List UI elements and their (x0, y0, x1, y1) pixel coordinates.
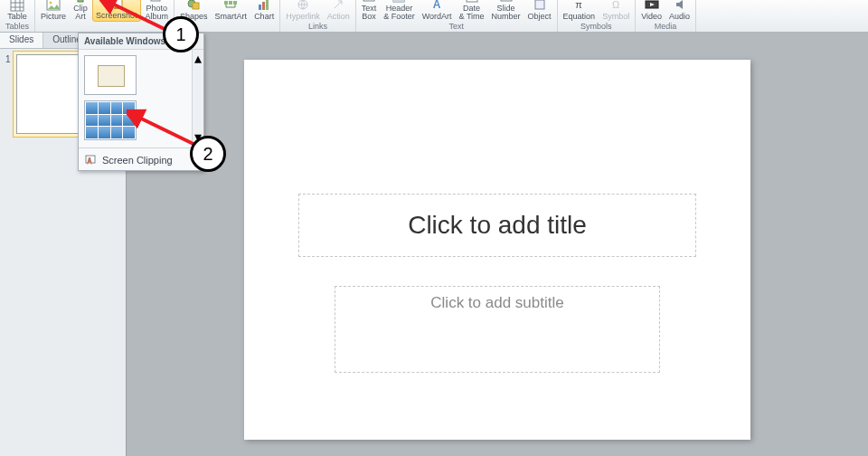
headerfooter-button[interactable]: Header & Footer (383, 0, 415, 21)
clipart-button[interactable]: Clip Art (73, 0, 88, 21)
smartart-button[interactable]: SmartArt (215, 0, 248, 21)
screen-clipping-label: Screen Clipping (102, 155, 173, 166)
annotation-callout-2: 2 (190, 136, 226, 172)
group-symbols: πEquation ΩSymbol Symbols (558, 0, 637, 32)
textbox-button[interactable]: AText Box (362, 0, 377, 21)
wordart-button[interactable]: AWordArt (422, 0, 452, 21)
svg-rect-24 (467, 0, 477, 2)
available-window-1[interactable] (84, 55, 137, 95)
picture-button[interactable]: Picture (41, 0, 66, 21)
group-links: Hyperlink Action Links (280, 0, 356, 32)
shapes-icon (186, 0, 201, 12)
svg-text:π: π (576, 0, 583, 10)
screen-clipping-icon (84, 154, 97, 166)
group-media-label: Media (655, 22, 677, 31)
svg-rect-14 (259, 5, 261, 10)
table-label: Table (7, 13, 27, 21)
svg-rect-10 (193, 3, 199, 9)
svg-rect-22 (393, 0, 404, 2)
table-button[interactable]: Table (7, 0, 27, 21)
svg-text:#: # (507, 0, 511, 1)
slide-canvas: Click to add title Click to add subtitle (127, 33, 868, 456)
table-icon (10, 0, 24, 12)
equation-button[interactable]: πEquation (563, 0, 596, 21)
workspace: Slides Outline 1 Click to add title Clic… (0, 33, 868, 456)
svg-point-2 (50, 2, 52, 5)
video-button[interactable]: Video (641, 0, 662, 21)
audio-icon (673, 0, 687, 12)
scroll-up-icon: ▴ (194, 50, 202, 67)
svg-rect-15 (262, 2, 265, 10)
audio-button[interactable]: Audio (669, 0, 690, 21)
thumb-number: 1 (5, 54, 13, 134)
group-symbols-label: Symbols (580, 22, 612, 31)
chart-button[interactable]: Chart (254, 0, 274, 21)
hyperlink-icon (296, 0, 310, 12)
tab-slides[interactable]: Slides (0, 33, 43, 48)
group-text: AText Box Header & Footer AWordArt Date … (356, 0, 558, 32)
symbol-icon: Ω (609, 0, 623, 12)
subtitle-placeholder[interactable]: Click to add subtitle (335, 286, 660, 373)
svg-rect-11 (224, 1, 228, 5)
equation-icon: π (571, 0, 586, 12)
symbol-button[interactable]: ΩSymbol (602, 0, 629, 21)
group-tables-label: Tables (5, 22, 29, 31)
group-media: Video Audio Media (636, 0, 696, 32)
svg-line-33 (108, 2, 172, 33)
hyperlink-button[interactable]: Hyperlink (286, 0, 320, 21)
svg-rect-16 (266, 0, 269, 10)
slidenumber-button[interactable]: #Slide Number (492, 0, 521, 21)
wordart-icon: A (429, 0, 444, 12)
title-placeholder-text: Click to add title (408, 211, 587, 240)
title-placeholder[interactable]: Click to add title (298, 194, 696, 257)
group-links-label: Links (308, 22, 327, 31)
svg-rect-0 (11, 0, 24, 11)
object-button[interactable]: Object (528, 0, 552, 21)
picture-icon (46, 0, 61, 12)
datetime-button[interactable]: Date & Time (459, 0, 485, 21)
action-icon (331, 0, 345, 12)
svg-text:A: A (366, 0, 372, 1)
action-button[interactable]: Action (327, 0, 350, 21)
svg-rect-13 (233, 1, 237, 5)
svg-rect-4 (78, 0, 83, 2)
svg-text:A: A (433, 0, 441, 11)
svg-rect-12 (229, 1, 232, 5)
annotation-callout-1: 1 (163, 16, 199, 52)
subtitle-placeholder-text: Click to add subtitle (430, 294, 563, 312)
group-text-label: Text (448, 22, 464, 31)
svg-text:Ω: Ω (612, 0, 619, 10)
group-tables: Table Tables (0, 0, 35, 32)
chart-icon (257, 0, 271, 12)
slide[interactable]: Click to add title Click to add subtitle (244, 60, 750, 440)
object-icon (533, 0, 547, 12)
svg-line-34 (136, 116, 199, 147)
video-icon (645, 0, 659, 12)
smartart-icon (223, 0, 238, 12)
svg-rect-28 (535, 0, 544, 9)
